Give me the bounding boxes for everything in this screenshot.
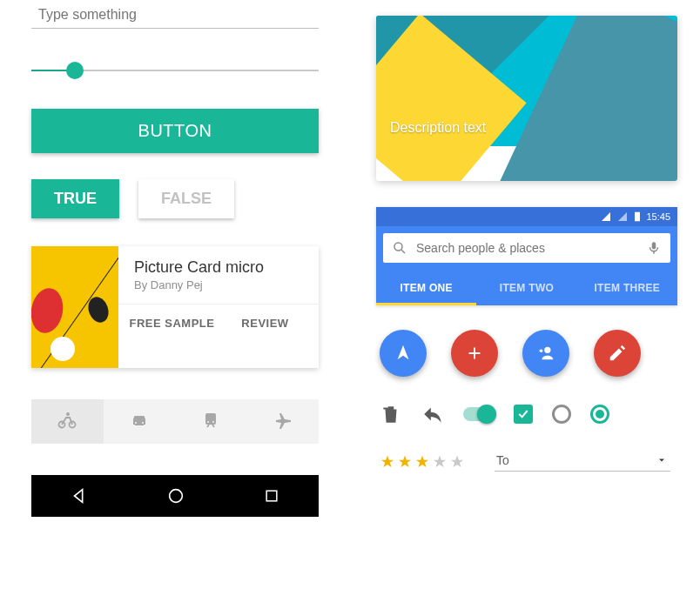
svg-rect-9 (266, 491, 277, 501)
svg-point-4 (142, 422, 144, 424)
bicycle-icon (57, 410, 77, 431)
star-icon (432, 454, 448, 470)
fab-add-person[interactable] (522, 330, 569, 377)
chevron-down-icon (656, 455, 667, 465)
navigation-icon (394, 344, 413, 363)
search-input[interactable] (416, 241, 637, 255)
android-navbar (31, 475, 319, 517)
svg-point-2 (66, 412, 70, 416)
star-icon (380, 454, 395, 470)
primary-button[interactable]: BUTTON (31, 109, 319, 153)
true-button[interactable]: TRUE (31, 179, 119, 218)
radio-checked[interactable] (590, 405, 609, 424)
bottom-row: To (376, 452, 677, 472)
tab-item-two[interactable]: ITEM TWO (476, 271, 576, 305)
switch-toggle[interactable] (463, 407, 495, 421)
dropdown-value: To (496, 453, 509, 467)
radio-unchecked[interactable] (552, 405, 571, 424)
false-button[interactable]: FALSE (138, 179, 234, 218)
slider[interactable] (31, 62, 319, 79)
fab-add[interactable] (451, 330, 498, 377)
search-icon (392, 240, 407, 256)
checkbox-checked[interactable] (514, 405, 533, 424)
person-add-icon (536, 344, 555, 363)
hero-image: Description text (376, 16, 677, 146)
fab-row (376, 330, 677, 377)
svg-rect-12 (652, 242, 656, 249)
check-icon (516, 407, 530, 421)
plane-icon (273, 410, 293, 431)
pencil-icon (608, 344, 627, 363)
dropdown-to[interactable]: To (495, 452, 670, 472)
card-action-review[interactable]: REVIEW (219, 317, 312, 330)
svg-rect-5 (205, 413, 216, 425)
svg-rect-10 (635, 212, 640, 222)
nav-recent-icon[interactable] (263, 487, 280, 505)
hero-description: Description text (390, 120, 486, 136)
tab-item-one[interactable]: ITEM ONE (376, 271, 476, 305)
transport-train[interactable] (175, 399, 247, 444)
fab-edit[interactable] (594, 330, 641, 377)
car-icon (129, 410, 150, 431)
picture-card: Picture Card micro By Danny Pej FREE SAM… (31, 246, 319, 368)
transport-plane[interactable] (247, 399, 320, 444)
signal-icon (601, 211, 611, 222)
svg-point-13 (544, 347, 550, 353)
svg-point-8 (170, 490, 183, 503)
svg-point-11 (394, 243, 402, 251)
card-action-free-sample[interactable]: FREE SAMPLE (125, 317, 219, 330)
star-icon (397, 454, 413, 470)
status-time: 15:45 (646, 211, 670, 222)
tab-item-three[interactable]: ITEM THREE (577, 271, 677, 305)
delete-icon[interactable] (380, 403, 402, 425)
svg-point-3 (135, 422, 137, 424)
svg-point-7 (212, 421, 214, 423)
text-input[interactable] (31, 2, 319, 29)
switch-knob (477, 405, 496, 424)
wifi-icon (616, 211, 629, 222)
transport-car[interactable] (104, 399, 176, 444)
card-subtitle: By Danny Pej (118, 278, 319, 304)
svg-point-6 (207, 421, 209, 423)
reply-icon[interactable] (421, 403, 444, 425)
transport-bicycle[interactable] (31, 399, 104, 444)
star-icon (414, 454, 430, 470)
slider-thumb[interactable] (66, 62, 84, 79)
fab-navigate[interactable] (380, 330, 427, 377)
star-icon (449, 454, 465, 470)
mic-icon[interactable] (646, 240, 662, 256)
rating-stars[interactable] (380, 454, 465, 470)
tab-bar: ITEM ONE ITEM TWO ITEM THREE (376, 271, 677, 305)
nav-back-icon[interactable] (70, 486, 89, 505)
battery-icon (634, 211, 641, 222)
transport-tabs (31, 399, 319, 444)
plus-icon (465, 344, 484, 363)
controls-row (376, 403, 677, 425)
nav-home-icon[interactable] (166, 486, 185, 505)
appbar: 15:45 ITEM ONE ITEM TWO ITEM THREE (376, 207, 677, 305)
train-icon (200, 410, 221, 431)
status-bar: 15:45 (376, 207, 677, 226)
card-artwork (31, 246, 118, 368)
card-title: Picture Card micro (118, 246, 319, 278)
search-bar[interactable] (383, 233, 670, 263)
hero-card: Description text (376, 16, 677, 181)
